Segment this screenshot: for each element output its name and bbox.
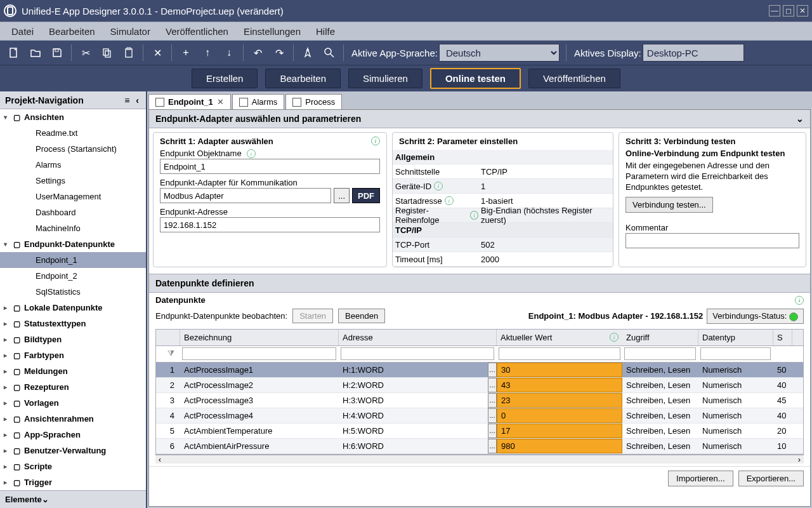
- info-icon[interactable]: i: [795, 296, 804, 305]
- info-icon[interactable]: i: [470, 211, 478, 220]
- grid-row[interactable]: 6ActAmbientAirPressureH:6:WORD…980Schrei…: [156, 439, 803, 454]
- menu-datei[interactable]: Datei: [5, 23, 40, 39]
- browse-addr-button[interactable]: …: [488, 378, 497, 392]
- tree-item-farbtypen[interactable]: ▸▢Farbtypen: [0, 347, 146, 363]
- tree-item-sqlstatistics[interactable]: SqlStatistics: [0, 284, 146, 300]
- tree-item-bildtypen[interactable]: ▸▢Bildtypen: [0, 331, 146, 347]
- maximize-button[interactable]: ◻: [783, 5, 794, 17]
- tree-item-ansichtenrahmen[interactable]: ▸▢Ansichtenrahmen: [0, 411, 146, 427]
- lang-select[interactable]: Deutsch: [439, 44, 560, 62]
- grid-row[interactable]: 2ActProcessImage2H:2:WORD…43Schreiben, L…: [156, 378, 803, 393]
- tab-alarms[interactable]: Alarms: [232, 94, 284, 109]
- grid-row[interactable]: 3ActProcessImage3H:3:WORD…23Schreiben, L…: [156, 393, 803, 408]
- open-file-icon[interactable]: [25, 43, 46, 63]
- tree-item-settings[interactable]: Settings: [0, 173, 146, 189]
- tree-item-process--startansicht-[interactable]: Process (Startansicht): [0, 141, 146, 157]
- stop-button[interactable]: Beenden: [338, 309, 385, 323]
- action-bearbeiten[interactable]: Bearbeiten: [265, 69, 341, 88]
- redo-icon[interactable]: ↷: [269, 43, 289, 63]
- param-row[interactable]: SchnittstelleTCP/IP: [393, 164, 613, 179]
- close-button[interactable]: ✕: [797, 5, 808, 17]
- tree-item-meldungen[interactable]: ▸▢Meldungen: [0, 363, 146, 379]
- menu-bearbeiten[interactable]: Bearbeiten: [43, 23, 102, 39]
- start-button[interactable]: Starten: [292, 309, 333, 323]
- sidebar-menu-icon[interactable]: ≡: [122, 95, 131, 105]
- browse-addr-button[interactable]: …: [488, 424, 497, 438]
- filter-icon[interactable]: ⧩: [156, 349, 180, 359]
- grid-row[interactable]: 4ActProcessImage4H:4:WORD…0Schreiben, Le…: [156, 408, 803, 424]
- tree-item-machineinfo[interactable]: MachineInfo: [0, 220, 146, 236]
- tree-item-endpunkt-datenpunkte[interactable]: ▾▢Endpunkt-Datenpunkte: [0, 236, 146, 252]
- import-button[interactable]: Importieren...: [668, 471, 733, 486]
- tab-process[interactable]: Process: [285, 94, 342, 109]
- browse-addr-button[interactable]: …: [488, 363, 497, 377]
- tree-item-alarms[interactable]: Alarms: [0, 157, 146, 173]
- adapter-input[interactable]: [160, 188, 331, 203]
- action-veröffentlichen[interactable]: Veröffentlichen: [528, 69, 620, 88]
- filter-adresse[interactable]: [341, 347, 494, 360]
- add-icon[interactable]: +: [176, 43, 196, 63]
- up-arrow-icon[interactable]: ↑: [197, 43, 218, 63]
- pdf-button[interactable]: PDF: [352, 188, 380, 203]
- browse-addr-button[interactable]: …: [488, 439, 497, 453]
- tree-item-vorlagen[interactable]: ▸▢Vorlagen: [0, 395, 146, 411]
- info-icon[interactable]: i: [247, 149, 256, 158]
- filter-datentyp[interactable]: [700, 347, 771, 360]
- endpoint-address-input[interactable]: [160, 217, 380, 232]
- tree-item-app-sprachen[interactable]: ▸▢App-Sprachen: [0, 427, 146, 443]
- chevron-down-icon[interactable]: ⌄: [42, 495, 49, 504]
- param-row[interactable]: Geräte-IDi1: [393, 179, 613, 194]
- tree-item-usermanagement[interactable]: UserManagement: [0, 189, 146, 204]
- new-file-icon[interactable]: [4, 43, 24, 63]
- undo-icon[interactable]: ↶: [247, 43, 268, 63]
- browse-addr-button[interactable]: …: [488, 393, 497, 408]
- grid-row[interactable]: 5ActAmbientTemperatureH:5:WORD…17Schreib…: [156, 424, 803, 439]
- tab-endpoint_1[interactable]: Endpoint_1✕: [148, 94, 231, 109]
- adapter-browse-button[interactable]: ...: [334, 188, 350, 203]
- filter-bezeichnung[interactable]: [182, 347, 336, 360]
- grid-hscroll[interactable]: ‹›: [155, 455, 804, 464]
- copy-icon[interactable]: [97, 43, 117, 63]
- comment-input[interactable]: [625, 233, 799, 248]
- sidebar-collapse-icon[interactable]: ‹: [134, 95, 141, 105]
- sidebar-footer[interactable]: Elemente ⌄: [0, 490, 146, 508]
- tree-item-endpoint-2[interactable]: Endpoint_2: [0, 268, 146, 284]
- menu-hilfe[interactable]: Hilfe: [310, 23, 341, 39]
- menu-simulator[interactable]: Simulator: [104, 23, 157, 39]
- action-simulieren[interactable]: Simulieren: [348, 69, 422, 88]
- browse-addr-button[interactable]: …: [488, 408, 497, 423]
- menu-veröffentlichen[interactable]: Veröffentlichen: [159, 23, 235, 39]
- test-connection-button[interactable]: Verbindung testen...: [625, 197, 713, 213]
- action-online-testen[interactable]: Online testen: [430, 68, 521, 89]
- down-arrow-icon[interactable]: ↓: [219, 43, 239, 63]
- collapse-section-icon[interactable]: ⌄: [796, 114, 804, 124]
- endpoint-objname-input[interactable]: [160, 159, 380, 174]
- info-icon[interactable]: i: [434, 182, 443, 190]
- project-tree[interactable]: ▾▢AnsichtenReadme.txtProcess (Startansic…: [0, 109, 146, 490]
- param-row[interactable]: Timeout [ms]2000: [393, 252, 613, 267]
- compass-icon[interactable]: [298, 43, 318, 63]
- action-erstellen[interactable]: Erstellen: [192, 69, 258, 88]
- tree-item-rezepturen[interactable]: ▸▢Rezepturen: [0, 379, 146, 395]
- tree-item-scripte[interactable]: ▸▢Scripte: [0, 458, 146, 474]
- menu-einstellungen[interactable]: Einstellungen: [237, 23, 307, 39]
- tree-item-readme-txt[interactable]: Readme.txt: [0, 125, 146, 141]
- filter-wert[interactable]: [499, 347, 620, 360]
- grid-row[interactable]: 1ActProcessImage1H:1:WORD…30Schreiben, L…: [156, 363, 803, 378]
- tree-item-dashboard[interactable]: Dashboard: [0, 204, 146, 220]
- search-icon[interactable]: [319, 43, 339, 63]
- tree-item-benutzer-verwaltung[interactable]: ▸▢Benutzer-Verwaltung: [0, 443, 146, 458]
- cut-icon[interactable]: ✂: [75, 43, 96, 63]
- tree-item-trigger[interactable]: ▸▢Trigger: [0, 474, 146, 490]
- export-button[interactable]: Exportieren...: [738, 471, 804, 486]
- info-icon[interactable]: i: [610, 333, 619, 342]
- tab-close-icon[interactable]: ✕: [217, 97, 224, 107]
- save-icon[interactable]: [47, 43, 67, 63]
- info-icon[interactable]: i: [445, 196, 454, 205]
- tree-item-ansichten[interactable]: ▾▢Ansichten: [0, 109, 146, 125]
- display-select[interactable]: Desktop-PC: [643, 44, 744, 62]
- tree-item-lokale-datenpunkte[interactable]: ▸▢Lokale Datenpunkte: [0, 300, 146, 316]
- tree-item-endpoint-1[interactable]: Endpoint_1: [0, 252, 146, 268]
- paste-icon[interactable]: [119, 43, 139, 63]
- info-icon[interactable]: i: [371, 137, 380, 145]
